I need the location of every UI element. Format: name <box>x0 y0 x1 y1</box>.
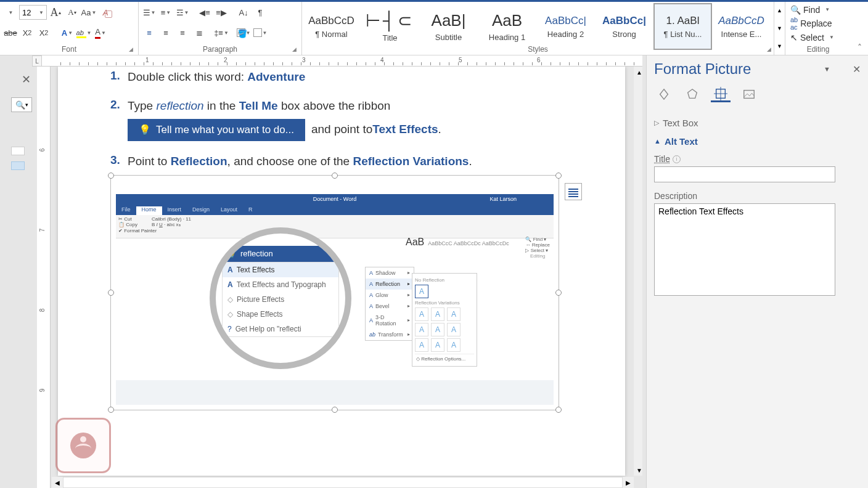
alt-text-title-input[interactable] <box>654 166 835 182</box>
increase-indent[interactable]: ≡▶ <box>213 4 229 20</box>
magnified-suggestions: AText Effects AText Effects and Typograp… <box>222 262 339 337</box>
text-effects-flyout: AShadow▸ AReflection▸ AGlow▸ ABevel▸ A3-… <box>365 267 414 341</box>
styles-group-label: Styles◢ <box>302 44 774 55</box>
alttext-section[interactable]: ▲Alt Text <box>654 132 861 150</box>
ribbon: ▼ 12▼ A▴ A▾ Aa▼ A abe X2 X2 A▼ ab▼ A▼ Fo… <box>0 0 868 55</box>
fill-line-icon[interactable] <box>654 86 674 102</box>
borders[interactable]: ▼ <box>252 25 268 41</box>
line-spacing[interactable]: ‡≡▼ <box>213 25 229 41</box>
accessibility-badge[interactable] <box>55 418 111 473</box>
lightbulb-icon: 💡 <box>139 123 151 137</box>
font-size-input[interactable]: 12▼ <box>19 5 47 20</box>
inner-tab-home: Home <box>136 206 162 215</box>
document-page[interactable]: 1. Double click this word: Adventure 2. … <box>58 67 625 476</box>
change-case[interactable]: Aa▼ <box>81 4 97 20</box>
inner-toolbar: ✂ Cut 📋 Copy ✔ Format Painter Calibri (B… <box>116 215 554 238</box>
tab-selector[interactable]: L <box>32 55 42 67</box>
reflection-options-icon: ◇ <box>416 356 420 362</box>
resize-handle[interactable] <box>332 173 338 179</box>
pane-options-dropdown[interactable]: ▼ <box>824 65 830 73</box>
text-effects[interactable]: A▼ <box>59 25 75 41</box>
decrease-indent[interactable]: ◀≡ <box>197 4 213 20</box>
scroll-down[interactable]: ▼ <box>634 465 642 476</box>
vertical-scrollbar[interactable]: ▲ ▼ <box>634 67 642 476</box>
collapse-icon: ▲ <box>654 137 661 145</box>
tellme-box-graphic: 💡Tell me what you want to do... <box>128 119 305 141</box>
styles-down[interactable]: ▼ <box>774 20 785 38</box>
show-hide-marks[interactable]: ¶ <box>252 4 268 20</box>
style--list-nu-[interactable]: 1. AaBl¶ List Nu... <box>653 3 712 50</box>
magnified-search: 💡reflection <box>222 246 339 262</box>
replace-button[interactable]: abacReplace <box>790 16 846 31</box>
document-area: L 1 2 3 4 5 6 6 7 8 9 1. Double click th… <box>37 55 646 488</box>
clear-formatting[interactable]: A <box>97 4 113 20</box>
lightbulb-icon: 💡 <box>227 249 237 258</box>
font-group-label: Font◢ <box>2 44 136 55</box>
effects-icon[interactable] <box>682 86 702 102</box>
layout-options-button[interactable] <box>565 183 582 200</box>
justify[interactable]: ≣ <box>191 25 207 41</box>
align-right[interactable]: ≡ <box>174 25 190 41</box>
shading[interactable]: 🪣▼ <box>235 25 252 41</box>
page-thumbnail-2[interactable] <box>11 161 25 170</box>
scroll-left[interactable]: ◀ <box>52 477 63 488</box>
close-nav-pane[interactable]: ✕ <box>22 73 31 86</box>
shrink-font[interactable]: A▾ <box>64 4 80 20</box>
strikethrough[interactable]: abe <box>2 25 18 41</box>
collapse-ribbon[interactable]: ˄ <box>851 2 868 55</box>
highlight-color[interactable]: ab▼ <box>76 25 92 41</box>
styles-up[interactable]: ▲ <box>774 2 785 20</box>
font-color[interactable]: A▼ <box>92 25 108 41</box>
alt-text-description-input[interactable] <box>654 203 835 296</box>
nav-search[interactable]: 🔍▾ <box>11 97 32 112</box>
page-thumbnail-1[interactable] <box>11 147 25 155</box>
font-dialog-launcher[interactable]: ◢ <box>127 46 134 54</box>
paragraph-dialog-launcher[interactable]: ◢ <box>290 46 298 54</box>
resize-handle[interactable] <box>108 173 114 179</box>
resize-handle[interactable] <box>555 290 562 296</box>
picture-icon[interactable] <box>739 86 759 102</box>
styles-more[interactable]: ▼ <box>774 37 785 55</box>
align-center[interactable]: ≡ <box>158 25 174 41</box>
scroll-up[interactable]: ▲ <box>634 67 642 78</box>
step-1-text: Double click this word: Adventure <box>128 69 607 86</box>
resize-handle[interactable] <box>108 290 114 296</box>
style-subtitle[interactable]: AaB|Subtitle <box>419 3 478 50</box>
style-intense-e-[interactable]: AaBbCcDIntense E... <box>712 3 771 50</box>
style-heading-1[interactable]: AaBHeading 1 <box>478 3 536 50</box>
info-icon[interactable]: i <box>673 155 681 163</box>
styles-dialog-launcher[interactable]: ◢ <box>765 46 772 54</box>
subscript[interactable]: X2 <box>19 25 35 41</box>
font-name-dropdown[interactable]: ▼ <box>2 4 18 20</box>
find-button[interactable]: 🔍Find▼ <box>790 3 846 16</box>
style-heading-2[interactable]: AaBbCc|Heading 2 <box>536 3 595 50</box>
style-strong[interactable]: AaBbCc|Strong <box>595 3 653 50</box>
resize-handle[interactable] <box>332 407 338 413</box>
embedded-image-selected[interactable]: Document - Word Kat Larson FileHomeInser… <box>110 175 559 410</box>
layout-properties-icon[interactable] <box>711 86 731 102</box>
horizontal-scrollbar[interactable]: ◀ ▶ <box>52 477 634 488</box>
pane-category-icons <box>654 86 861 102</box>
inner-tab-r: R <box>243 206 258 215</box>
bullets[interactable]: ☰▼ <box>141 4 157 20</box>
resize-handle[interactable] <box>555 407 562 413</box>
close-pane[interactable]: ✕ <box>853 63 861 75</box>
align-left[interactable]: ≡ <box>141 25 157 41</box>
select-button[interactable]: ↖Select▼ <box>790 31 846 44</box>
multilevel-list[interactable]: ☲▼ <box>174 4 190 20</box>
horizontal-ruler[interactable]: L 1 2 3 4 5 6 <box>42 55 642 67</box>
numbering[interactable]: ≡▼ <box>158 4 174 20</box>
superscript[interactable]: X2 <box>36 25 52 41</box>
textbox-section[interactable]: ▷Text Box <box>654 113 861 132</box>
inner-tab-design: Design <box>187 206 215 215</box>
resize-handle[interactable] <box>108 407 114 413</box>
style-title[interactable]: ⊢┤⊂Title <box>361 3 419 50</box>
sort[interactable]: A↓ <box>235 4 252 20</box>
vertical-ruler[interactable]: 6 7 8 9 <box>37 67 51 488</box>
resize-handle[interactable] <box>555 173 562 179</box>
scroll-track[interactable] <box>63 477 623 488</box>
scroll-right[interactable]: ▶ <box>623 477 634 488</box>
grow-font[interactable]: A▴ <box>47 4 63 20</box>
style--normal[interactable]: AaBbCcD¶ Normal <box>302 3 361 50</box>
inner-window-title: Document - Word <box>116 196 554 202</box>
